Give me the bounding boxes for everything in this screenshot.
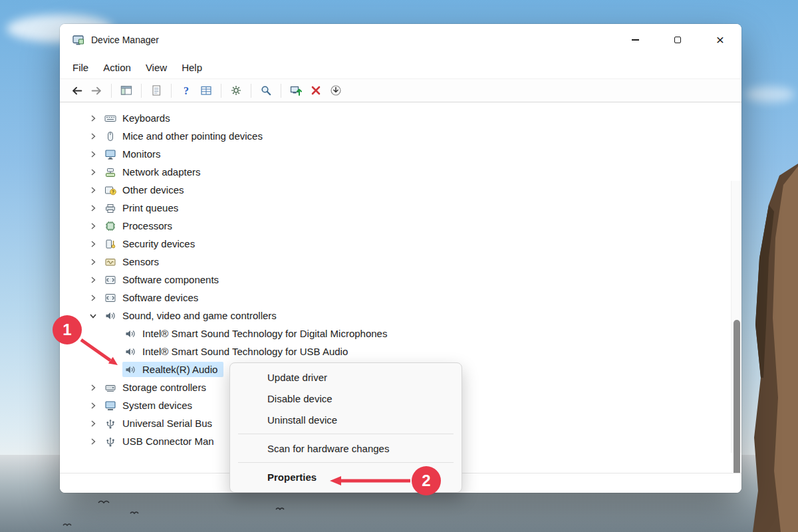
close-icon: × bbox=[716, 32, 724, 48]
menu-action[interactable]: Action bbox=[96, 59, 138, 76]
context-menu-item-update-driver[interactable]: Update driver bbox=[230, 366, 462, 388]
tree-item-label: USB Connector Man bbox=[122, 436, 214, 447]
tree-item-software-components[interactable]: Software components bbox=[60, 271, 731, 289]
tree-item-other-devices[interactable]: ?Other devices bbox=[60, 181, 731, 199]
tree-item-label: Intel® Smart Sound Technology for Digita… bbox=[142, 328, 387, 339]
maximize-button[interactable] bbox=[656, 24, 699, 56]
tree-item-keyboards[interactable]: Keyboards bbox=[60, 109, 731, 127]
chevron-right-icon[interactable] bbox=[86, 255, 100, 269]
settings-icon bbox=[230, 84, 242, 96]
network-icon bbox=[104, 167, 116, 178]
tree-item-label: Keyboards bbox=[122, 112, 170, 124]
tree-item-body: Software devices bbox=[102, 290, 204, 305]
context-menu-item-properties[interactable]: Properties bbox=[230, 466, 462, 487]
tree-item-body: Print queues bbox=[102, 200, 184, 215]
tree-item-body: Processors bbox=[102, 218, 178, 233]
chevron-right-icon[interactable] bbox=[86, 237, 100, 251]
chevron-down-icon[interactable] bbox=[86, 309, 100, 323]
chevron-right-icon[interactable] bbox=[86, 148, 100, 161]
tree-item-body: Mice and other pointing devices bbox=[102, 128, 269, 144]
toolbar: ? bbox=[60, 78, 741, 102]
tree-item-label: Realtek(R) Audio bbox=[142, 364, 217, 375]
audio-icon bbox=[124, 364, 136, 375]
vertical-scrollbar[interactable] bbox=[731, 181, 741, 453]
chevron-right-icon[interactable] bbox=[86, 291, 100, 305]
toolbar-separator bbox=[221, 84, 221, 98]
context-menu-item-uninstall-device[interactable]: Uninstall device bbox=[230, 409, 462, 430]
menu-help[interactable]: Help bbox=[174, 59, 209, 76]
update-driver-button[interactable] bbox=[286, 81, 306, 100]
scan-hardware-icon bbox=[260, 84, 272, 96]
chevron-right-icon[interactable] bbox=[86, 399, 100, 412]
context-menu-item-disable-device[interactable]: Disable device bbox=[230, 388, 462, 409]
tree-item-intel-smart-sound-technology-for-usb-audio[interactable]: Intel® Smart Sound Technology for USB Au… bbox=[60, 342, 731, 360]
chevron-right-icon[interactable] bbox=[86, 435, 100, 448]
tree-item-label: Software components bbox=[122, 274, 219, 285]
sensor-icon bbox=[104, 257, 116, 267]
tree-item-body: Intel® Smart Sound Technology for USB Au… bbox=[122, 344, 354, 359]
device-manager-app-icon bbox=[72, 34, 84, 47]
help-button[interactable]: ? bbox=[176, 81, 196, 100]
show-console-tree-button[interactable] bbox=[116, 81, 136, 100]
context-menu-item-scan-for-hardware-changes[interactable]: Scan for hardware changes bbox=[230, 438, 462, 459]
tree-item-processors[interactable]: Processors bbox=[60, 217, 731, 235]
monitor-icon bbox=[104, 149, 116, 160]
tree-item-sound-video-and-game-controllers[interactable]: Sound, video and game controllers bbox=[60, 307, 731, 325]
uninstall-device-button[interactable] bbox=[306, 81, 326, 100]
devices-list-button[interactable] bbox=[196, 81, 216, 100]
tree-item-body: ?Other devices bbox=[102, 182, 190, 198]
tree-item-label: Processors bbox=[122, 220, 172, 231]
software-icon bbox=[104, 275, 116, 285]
chevron-right-icon[interactable] bbox=[86, 219, 100, 233]
audio-icon bbox=[124, 329, 136, 339]
chevron-right-icon[interactable] bbox=[86, 381, 100, 394]
tree-item-body: Realtek(R) Audio bbox=[122, 362, 223, 377]
chevron-right-icon[interactable] bbox=[86, 417, 100, 430]
tree-item-intel-smart-sound-technology-for-digital-microphones[interactable]: Intel® Smart Sound Technology for Digita… bbox=[60, 325, 731, 342]
forward-button[interactable] bbox=[86, 81, 106, 100]
scan-hardware-button[interactable] bbox=[256, 81, 276, 100]
tree-item-mice-and-other-pointing-devices[interactable]: Mice and other pointing devices bbox=[60, 127, 731, 145]
tree-item-security-devices[interactable]: Security devices bbox=[60, 235, 731, 253]
tree-item-sensors[interactable]: Sensors bbox=[60, 253, 731, 271]
tree-item-label: Mice and other pointing devices bbox=[122, 130, 263, 142]
tree-item-software-devices[interactable]: Software devices bbox=[60, 289, 731, 307]
properties-button[interactable] bbox=[146, 81, 166, 100]
window-controls: × bbox=[614, 24, 741, 56]
chevron-right-icon[interactable] bbox=[86, 112, 100, 125]
audio-icon bbox=[124, 346, 136, 357]
tree-item-network-adapters[interactable]: Network adapters bbox=[60, 163, 731, 181]
forward-icon bbox=[90, 84, 103, 97]
menu-file[interactable]: File bbox=[65, 59, 96, 76]
tree-item-monitors[interactable]: Monitors bbox=[60, 145, 731, 163]
close-button[interactable]: × bbox=[699, 24, 741, 56]
tree-item-body: Sensors bbox=[102, 254, 165, 269]
disable-device-icon bbox=[330, 84, 342, 96]
scrollbar-thumb[interactable] bbox=[733, 320, 740, 473]
tree-item-body: Universal Serial Bus bbox=[102, 416, 218, 431]
tree-item-label: Storage controllers bbox=[122, 382, 206, 393]
tree-item-body: Software components bbox=[102, 272, 225, 287]
toolbar-separator bbox=[171, 84, 172, 98]
chevron-right-icon[interactable] bbox=[86, 184, 100, 197]
context-menu-separator bbox=[238, 434, 454, 434]
tree-item-label: Intel® Smart Sound Technology for USB Au… bbox=[142, 346, 348, 357]
toolbar-separator bbox=[251, 84, 251, 98]
mouse-icon bbox=[104, 131, 116, 142]
usb-icon bbox=[104, 436, 116, 447]
chevron-right-icon[interactable] bbox=[86, 273, 100, 287]
disable-device-button[interactable] bbox=[326, 81, 346, 100]
tree-item-print-queues[interactable]: Print queues bbox=[60, 199, 731, 217]
menu-view[interactable]: View bbox=[138, 59, 174, 76]
minimize-button[interactable] bbox=[614, 24, 656, 56]
printer-icon bbox=[104, 203, 116, 213]
chevron-right-icon[interactable] bbox=[86, 201, 100, 215]
tree-item-label: Security devices bbox=[122, 238, 195, 249]
back-button[interactable] bbox=[66, 81, 86, 100]
svg-text:?: ? bbox=[112, 190, 114, 194]
chevron-right-icon[interactable] bbox=[86, 166, 100, 179]
tree-item-body: Sound, video and game controllers bbox=[102, 308, 283, 323]
chevron-right-icon[interactable] bbox=[86, 130, 100, 143]
rock-formation bbox=[739, 158, 798, 532]
settings-button[interactable] bbox=[226, 81, 246, 100]
